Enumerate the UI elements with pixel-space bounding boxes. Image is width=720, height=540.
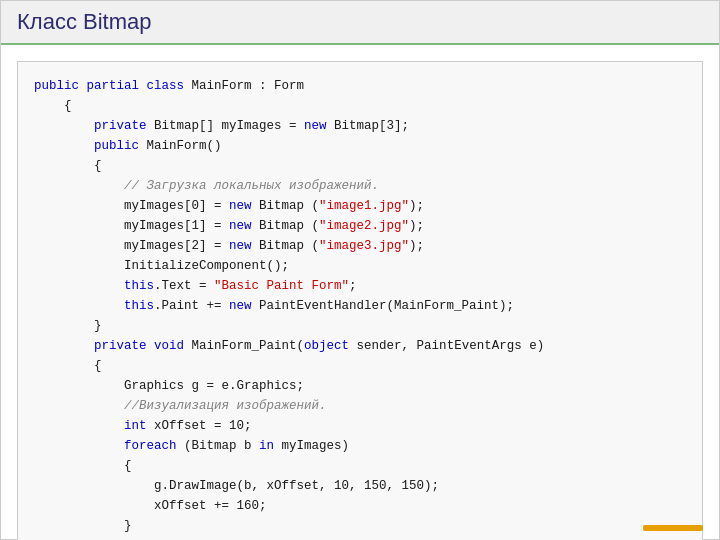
slide-container: Класс Bitmap Basic Paint Form _ □ × — [0, 0, 720, 540]
slide-footer-indicator — [643, 525, 703, 531]
slide-content: Basic Paint Form _ □ × image1 — [1, 45, 719, 540]
code-block: public partial class MainForm : Form { p… — [17, 61, 703, 540]
slide-title: Класс Bitmap — [17, 9, 151, 35]
slide-header: Класс Bitmap — [1, 1, 719, 45]
